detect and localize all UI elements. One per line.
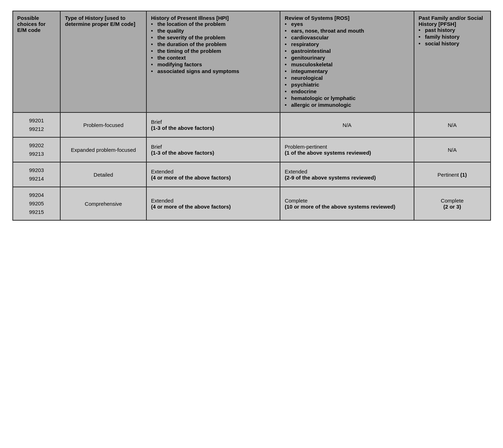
em-code-table: Possible choices for E/M code Type of Hi…	[12, 11, 491, 221]
row2-hpi: Brief (1-3 of the above factors)	[146, 137, 280, 162]
hpi-item: the timing of the problem	[151, 48, 275, 54]
row4-hpi: Extended (4 or more of the above factors…	[146, 187, 280, 220]
pfsh-list: past history family history social histo…	[419, 27, 486, 46]
row1-history-type: Problem-focused	[60, 112, 146, 137]
row4-history-type: Comprehensive	[60, 187, 146, 220]
ros-item: integumentary	[285, 68, 409, 74]
row2-history-type: Expanded problem-focused	[60, 137, 146, 162]
row4-ros: Complete (10 or more of the above system…	[280, 187, 414, 220]
header-col3-title: History of Present Illness [HPI]	[151, 15, 275, 21]
table-row-1: 9920199212 Problem-focused Brief (1-3 of…	[13, 112, 491, 137]
table-row-2: 9920299213 Expanded problem-focused Brie…	[13, 137, 491, 162]
hpi-item: modifying factors	[151, 61, 275, 67]
ros-item: musculoskeletal	[285, 61, 409, 67]
ros-item: cardiovascular	[285, 34, 409, 40]
pfsh-item: past history	[419, 27, 486, 33]
main-table-wrapper: Possible choices for E/M code Type of Hi…	[12, 11, 491, 221]
ros-item: psychiatric	[285, 82, 409, 88]
ros-item: respiratory	[285, 41, 409, 47]
ros-list: eyes ears, nose, throat and mouth cardio…	[285, 21, 409, 108]
pfsh-item: family history	[419, 34, 486, 40]
hpi-item: the quality	[151, 28, 275, 34]
row3-history-type: Detailed	[60, 162, 146, 187]
row1-pfsh: N/A	[414, 112, 491, 137]
hpi-list: the location of the problem the quality …	[151, 21, 275, 74]
row2-ros: Problem-pertinent (1 of the above system…	[280, 137, 414, 162]
header-col4-title: Review of Systems [ROS]	[285, 15, 409, 21]
row3-codes: 9920399214	[13, 162, 61, 187]
hpi-item: the location of the problem	[151, 21, 275, 27]
table-row-4: 992049920599215 Comprehensive Extended (…	[13, 187, 491, 220]
header-col5-title: Past Family and/or Social History [PFSH]	[419, 15, 486, 27]
row4-pfsh: Complete(2 or 3)	[414, 187, 491, 220]
ros-item: genitourinary	[285, 55, 409, 61]
header-col2-title: Type of History [used to determine prope…	[65, 15, 135, 27]
hpi-item: the context	[151, 55, 275, 61]
header-col1: Possible choices for E/M code	[13, 11, 61, 112]
hpi-item: the duration of the problem	[151, 41, 275, 47]
header-col5: Past Family and/or Social History [PFSH]…	[414, 11, 491, 112]
ros-item: endocrine	[285, 88, 409, 94]
ros-item: hematologic or lymphatic	[285, 95, 409, 101]
ros-item: eyes	[285, 21, 409, 27]
header-col2: Type of History [used to determine prope…	[60, 11, 146, 112]
header-col4: Review of Systems [ROS] eyes ears, nose,…	[280, 11, 414, 112]
ros-item: allergic or immunologic	[285, 102, 409, 108]
table-row-3: 9920399214 Detailed Extended (4 or more …	[13, 162, 491, 187]
ros-item: ears, nose, throat and mouth	[285, 28, 409, 34]
row4-codes: 992049920599215	[13, 187, 61, 220]
ros-item: neurological	[285, 75, 409, 81]
ros-item: gastrointestinal	[285, 48, 409, 54]
header-col1-title: Possible choices for E/M code	[17, 15, 46, 33]
row1-codes: 9920199212	[13, 112, 61, 137]
row3-pfsh: Pertinent (1)	[414, 162, 491, 187]
hpi-item: the severity of the problem	[151, 34, 275, 40]
row1-ros: N/A	[280, 112, 414, 137]
row3-ros: Extended (2-9 of the above systems revie…	[280, 162, 414, 187]
row3-hpi: Extended (4 or more of the above factors…	[146, 162, 280, 187]
header-col3: History of Present Illness [HPI] the loc…	[146, 11, 280, 112]
row2-codes: 9920299213	[13, 137, 61, 162]
row2-pfsh: N/A	[414, 137, 491, 162]
row1-hpi: Brief (1-3 of the above factors)	[146, 112, 280, 137]
hpi-item: associated signs and symptoms	[151, 68, 275, 74]
pfsh-item: social history	[419, 40, 486, 46]
